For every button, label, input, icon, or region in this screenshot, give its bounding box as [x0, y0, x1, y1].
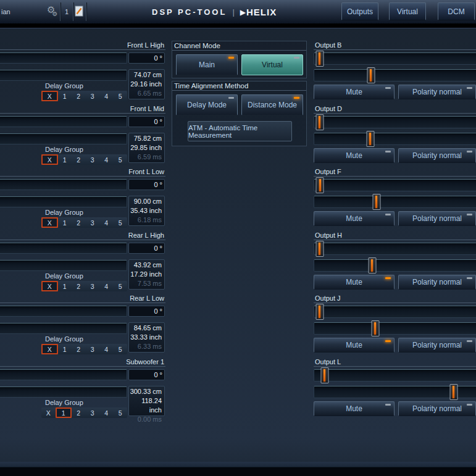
- mute-button[interactable]: Mute: [314, 275, 395, 290]
- slider-handle[interactable]: [372, 194, 380, 210]
- output-delay-slider[interactable]: [314, 322, 476, 335]
- delay-mode-button[interactable]: Delay Mode: [176, 94, 238, 115]
- slider-handle[interactable]: [315, 51, 324, 67]
- delay-group-4[interactable]: 4: [99, 407, 114, 418]
- output-delay-slider[interactable]: [314, 259, 476, 272]
- delay-group-5[interactable]: 5: [114, 281, 128, 291]
- delay-group-3[interactable]: 3: [86, 281, 100, 291]
- output-delay-slider[interactable]: [314, 69, 476, 81]
- polarity-button[interactable]: Polarity normal: [398, 338, 476, 353]
- polarity-button[interactable]: Polarity normal: [398, 401, 476, 416]
- output-delay-slider[interactable]: [314, 133, 476, 145]
- polarity-button[interactable]: Polarity normal: [398, 211, 476, 226]
- delay-group-x[interactable]: X: [41, 91, 58, 101]
- slider-handle[interactable]: [316, 177, 324, 193]
- phase-slider[interactable]: [0, 116, 127, 127]
- mute-button[interactable]: Mute: [314, 148, 395, 163]
- delay-group-3[interactable]: 3: [86, 407, 100, 418]
- delay-group-2[interactable]: 2: [72, 344, 86, 354]
- phase-value[interactable]: 0 °: [128, 243, 165, 254]
- settings-gears-icon[interactable]: ⚙⚙: [47, 4, 61, 15]
- mute-button[interactable]: Mute: [314, 338, 395, 353]
- polarity-button[interactable]: Polarity normal: [398, 85, 476, 99]
- phase-slider[interactable]: [0, 52, 127, 64]
- slider-handle[interactable]: [449, 384, 457, 400]
- outputs-button[interactable]: Outputs: [341, 2, 378, 20]
- phase-slider[interactable]: [0, 306, 127, 317]
- delay-group-3[interactable]: 3: [86, 154, 100, 165]
- phase-slider[interactable]: [0, 179, 127, 190]
- delay-group-4[interactable]: 4: [99, 344, 114, 354]
- slider-handle[interactable]: [315, 304, 324, 320]
- mute-button[interactable]: Mute: [314, 211, 395, 226]
- delay-group-4[interactable]: 4: [99, 217, 114, 228]
- output-delay-slider[interactable]: [314, 196, 476, 208]
- phase-slider[interactable]: [0, 369, 127, 380]
- delay-group-5[interactable]: 5: [114, 154, 128, 165]
- delay-group-3[interactable]: 3: [86, 344, 100, 354]
- main-mode-button[interactable]: Main: [176, 54, 238, 75]
- delay-group-5[interactable]: 5: [114, 407, 128, 418]
- delay-group-2[interactable]: 2: [72, 217, 86, 228]
- delay-group-2[interactable]: 2: [72, 91, 86, 101]
- distance-mode-button[interactable]: Distance Mode: [241, 94, 303, 115]
- delay-slider[interactable]: [0, 133, 127, 144]
- output-level-slider[interactable]: [314, 116, 476, 128]
- slider-handle[interactable]: [315, 241, 324, 257]
- delay-group-4[interactable]: 4: [99, 281, 114, 291]
- delay-group-5[interactable]: 5: [114, 91, 128, 101]
- delay-group-4[interactable]: 4: [99, 91, 114, 101]
- delay-slider[interactable]: [0, 260, 127, 271]
- delay-group-1[interactable]: 1: [58, 154, 72, 165]
- edit-note-icon[interactable]: [75, 6, 83, 19]
- delay-slider[interactable]: [0, 323, 127, 334]
- delay-group-x[interactable]: X: [41, 154, 58, 165]
- delay-group-3[interactable]: 3: [86, 217, 100, 228]
- delay-group-2[interactable]: 2: [72, 281, 86, 291]
- mute-button[interactable]: Mute: [314, 85, 395, 99]
- output-delay-slider[interactable]: [314, 386, 476, 398]
- delay-slider[interactable]: [0, 70, 127, 81]
- phase-value[interactable]: 0 °: [128, 179, 165, 190]
- delay-group-5[interactable]: 5: [114, 344, 128, 354]
- delay-group-1[interactable]: 1: [58, 217, 72, 228]
- delay-group-5[interactable]: 5: [114, 217, 128, 228]
- output-level-slider[interactable]: [314, 179, 476, 191]
- atm-button[interactable]: ATM - Automatic Time Measurement: [188, 121, 292, 141]
- delay-group-x[interactable]: X: [41, 281, 58, 291]
- virtual-button[interactable]: Virtual: [389, 2, 426, 20]
- output-level-slider[interactable]: [314, 243, 476, 255]
- dcm-button[interactable]: DCM: [438, 2, 475, 20]
- virtual-mode-button[interactable]: Virtual: [241, 54, 303, 75]
- slider-handle[interactable]: [368, 257, 376, 273]
- delay-group-1[interactable]: 1: [56, 407, 72, 418]
- output-level-slider[interactable]: [314, 369, 476, 382]
- slider-handle[interactable]: [315, 114, 324, 130]
- delay-slider[interactable]: [0, 386, 127, 398]
- output-level-slider[interactable]: [314, 52, 476, 65]
- slider-handle[interactable]: [367, 67, 375, 83]
- slider-handle[interactable]: [320, 367, 328, 383]
- delay-group-1[interactable]: 1: [58, 91, 72, 101]
- phase-value[interactable]: 0 °: [128, 116, 165, 127]
- delay-group-1[interactable]: 1: [58, 281, 72, 291]
- phase-value[interactable]: 0 °: [128, 52, 165, 64]
- phase-value[interactable]: 0 °: [128, 306, 165, 317]
- slider-handle[interactable]: [366, 131, 374, 147]
- delay-group-2[interactable]: 2: [72, 407, 86, 418]
- delay-group-3[interactable]: 3: [86, 91, 100, 101]
- delay-slider[interactable]: [0, 196, 127, 207]
- delay-group-x[interactable]: X: [41, 344, 58, 354]
- delay-group-x[interactable]: X: [41, 217, 58, 228]
- delay-group-4[interactable]: 4: [99, 154, 114, 165]
- mute-button[interactable]: Mute: [314, 401, 395, 416]
- delay-group-x[interactable]: X: [41, 407, 56, 418]
- output-level-slider[interactable]: [314, 306, 476, 318]
- phase-value[interactable]: 0 °: [128, 369, 165, 380]
- delay-group-2[interactable]: 2: [72, 154, 86, 165]
- delay-group-1[interactable]: 1: [58, 344, 72, 354]
- polarity-button[interactable]: Polarity normal: [398, 275, 476, 290]
- phase-slider[interactable]: [0, 243, 127, 254]
- slider-handle[interactable]: [371, 320, 379, 336]
- polarity-button[interactable]: Polarity normal: [398, 148, 476, 163]
